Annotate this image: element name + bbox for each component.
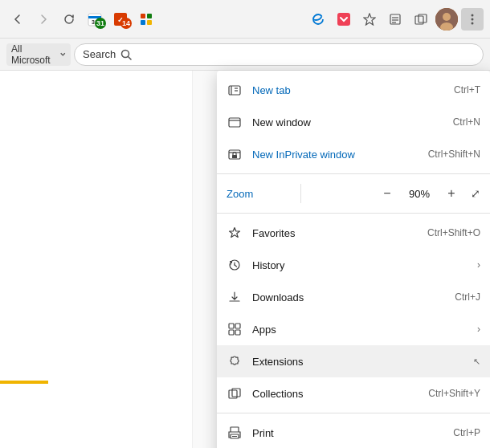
collections-label: Collections	[252, 388, 419, 400]
divider-1	[217, 173, 490, 174]
collections-icon	[227, 385, 243, 401]
menu-item-favorites[interactable]: Favorites Ctrl+Shift+O	[217, 217, 490, 249]
new-inprivate-label: New InPrivate window	[252, 149, 419, 161]
tab-todo-icon[interactable]: ✓ 14	[109, 8, 132, 31]
sidebar-toggle-label: All Microsoft	[11, 43, 56, 66]
svg-line-24	[129, 56, 132, 59]
history-label: History	[252, 259, 355, 271]
svg-rect-37	[229, 324, 234, 328]
svg-marker-34	[230, 228, 240, 238]
svg-rect-6	[147, 14, 152, 18]
svg-rect-8	[147, 20, 152, 25]
svg-rect-40	[235, 330, 240, 335]
favorites-label: Favorites	[252, 227, 418, 239]
page-content: New tab Ctrl+T New window Ctrl+N	[193, 71, 490, 448]
svg-rect-43	[231, 427, 239, 432]
tab1-badge: 31	[95, 18, 106, 29]
svg-rect-38	[235, 324, 240, 328]
svg-rect-7	[141, 20, 145, 25]
history-arrow-icon: ›	[477, 259, 480, 271]
search-address-box[interactable]: Search	[74, 43, 484, 66]
print-shortcut: Ctrl+P	[453, 427, 480, 438]
favorites-shortcut: Ctrl+Shift+O	[427, 227, 480, 238]
menu-item-new-inprivate[interactable]: New InPrivate window Ctrl+Shift+N	[217, 138, 490, 170]
print-icon	[227, 425, 243, 441]
menu-item-new-tab[interactable]: New tab Ctrl+T	[217, 74, 490, 106]
new-inprivate-shortcut: Ctrl+Shift+N	[428, 149, 480, 160]
svg-rect-45	[232, 436, 237, 437]
forward-button[interactable]	[32, 8, 55, 31]
history-icon	[227, 257, 243, 273]
zoom-controls: − 90% + ⤢	[311, 186, 480, 201]
zoom-increase-button[interactable]: +	[442, 186, 461, 201]
tab-calendar-icon[interactable]: 31 31	[84, 8, 106, 31]
svg-rect-9	[337, 13, 350, 26]
apps-arrow-icon: ›	[477, 324, 480, 335]
extensions-label: Extensions	[252, 356, 353, 368]
collections-toolbar-icon[interactable]	[410, 8, 432, 31]
browser-toolbar: 31 31 ✓ 14	[0, 0, 490, 39]
address-bar-row: All Microsoft Search	[0, 39, 490, 71]
new-tab-icon	[227, 82, 243, 98]
svg-marker-10	[364, 14, 375, 25]
collections-shortcut: Ctrl+Shift+Y	[428, 388, 480, 399]
svg-point-21	[472, 18, 474, 20]
menu-item-print[interactable]: Print Ctrl+P	[217, 417, 490, 448]
search-label-text: Search	[83, 48, 116, 60]
favorites-icon	[227, 225, 243, 241]
zoom-value: 90%	[406, 188, 432, 200]
svg-point-18	[443, 13, 451, 21]
svg-rect-39	[229, 330, 234, 335]
zoom-label[interactable]: Zoom	[227, 188, 291, 200]
zoom-expand-button[interactable]: ⤢	[471, 187, 480, 200]
extensions-icon	[227, 353, 243, 369]
pocket-icon[interactable]	[333, 8, 355, 31]
page-area: New tab Ctrl+T New window Ctrl+N	[0, 71, 490, 448]
downloads-label: Downloads	[252, 291, 445, 303]
menu-item-apps[interactable]: Apps ›	[217, 313, 490, 345]
new-window-shortcut: Ctrl+N	[453, 116, 480, 128]
apps-icon	[227, 321, 243, 337]
edge-logo	[307, 8, 329, 31]
tab2-badge: 14	[120, 18, 132, 29]
zoom-decrease-button[interactable]: −	[378, 186, 397, 201]
settings-dropdown-menu: New tab Ctrl+T New window Ctrl+N	[217, 71, 490, 448]
svg-point-22	[472, 22, 474, 24]
svg-point-20	[472, 14, 474, 16]
zoom-separator	[300, 184, 301, 203]
menu-item-downloads[interactable]: Downloads Ctrl+J	[217, 281, 490, 313]
search-icon	[120, 49, 132, 60]
reading-list-icon[interactable]	[384, 8, 406, 31]
menu-item-new-window[interactable]: New window Ctrl+N	[217, 106, 490, 138]
menu-item-extensions[interactable]: Extensions ↖	[217, 345, 490, 377]
svg-rect-29	[229, 118, 240, 127]
settings-more-button[interactable]	[461, 8, 484, 31]
new-window-label: New window	[252, 116, 443, 128]
new-tab-shortcut: Ctrl+T	[454, 84, 480, 96]
tab-apps-icon[interactable]	[135, 8, 157, 31]
sidebar-toggle[interactable]: All Microsoft	[6, 43, 71, 66]
back-button[interactable]	[6, 8, 29, 31]
downloads-shortcut: Ctrl+J	[455, 291, 480, 303]
yellow-indicator-bar	[0, 381, 48, 384]
print-label: Print	[252, 427, 443, 439]
sidebar-panel	[0, 71, 193, 448]
refresh-button[interactable]	[58, 8, 80, 31]
downloads-icon	[227, 289, 243, 305]
zoom-row: Zoom − 90% + ⤢	[217, 177, 490, 210]
divider-3	[217, 413, 490, 413]
svg-rect-5	[141, 14, 145, 18]
new-window-icon	[227, 114, 243, 130]
profile-avatar[interactable]	[435, 8, 458, 31]
cursor-indicator: ↖	[473, 356, 480, 367]
menu-item-collections[interactable]: Collections Ctrl+Shift+Y	[217, 377, 490, 409]
new-tab-label: New tab	[252, 84, 444, 96]
divider-2	[217, 213, 490, 214]
svg-rect-33	[232, 155, 237, 158]
apps-label: Apps	[252, 324, 355, 336]
menu-item-history[interactable]: History ›	[217, 249, 490, 281]
star-icon[interactable]	[358, 8, 381, 31]
new-inprivate-icon	[227, 146, 243, 162]
